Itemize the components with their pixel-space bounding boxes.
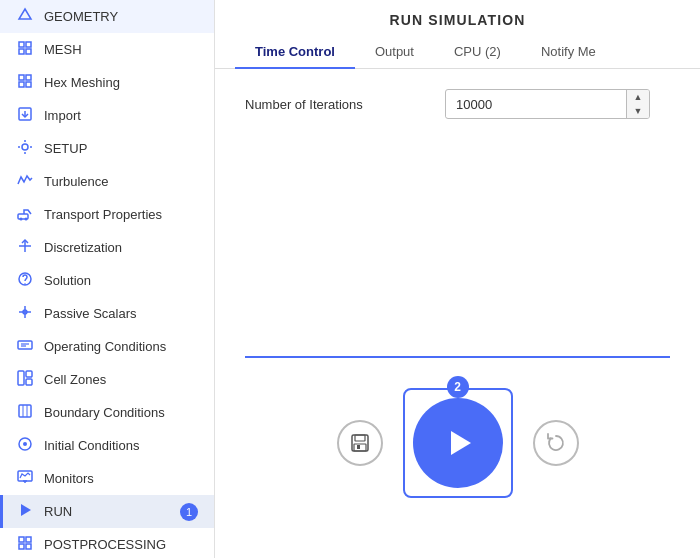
svg-rect-28 [19,405,31,417]
tab-cpu[interactable]: CPU (2) [434,36,521,69]
tab-notify-me[interactable]: Notify Me [521,36,616,69]
sidebar-item-import[interactable]: Import [0,99,214,132]
svg-rect-46 [355,435,365,441]
run-button[interactable] [413,398,503,488]
hex-meshing-icon [16,73,34,92]
run-badge: 1 [180,503,198,521]
turbulence-icon [16,172,34,191]
sidebar-item-boundary-conditions[interactable]: Boundary Conditions [0,396,214,429]
reset-button[interactable] [533,420,579,466]
main-content-area: Number of Iterations ▲ ▼ [215,69,700,558]
sidebar-label-discretization: Discretization [44,240,122,255]
initial-conditions-icon [16,436,34,455]
save-button[interactable] [337,420,383,466]
solution-icon [16,271,34,290]
tab-time-control[interactable]: Time Control [235,36,355,69]
sidebar-item-transport-properties[interactable]: Transport Properties [0,198,214,231]
sidebar-label-run: RUN [44,504,72,519]
run-controls: 2 [245,388,670,498]
monitors-icon [16,469,34,488]
tab-output[interactable]: Output [355,36,434,69]
page-title: RUN SIMULATION [215,0,700,28]
svg-rect-3 [19,49,24,54]
sidebar-item-passive-scalars[interactable]: Passive Scalars [0,297,214,330]
svg-marker-0 [19,9,31,19]
tab-bar: Time Control Output CPU (2) Notify Me [215,28,700,69]
sidebar-item-cell-zones[interactable]: Cell Zones [0,363,214,396]
iterations-input-wrap: ▲ ▼ [445,89,650,119]
svg-rect-7 [19,82,24,87]
sidebar-item-turbulence[interactable]: Turbulence [0,165,214,198]
iterations-spinners: ▲ ▼ [626,90,649,118]
passive-scalars-icon [16,304,34,323]
sidebar-label-cell-zones: Cell Zones [44,372,106,387]
sidebar-item-hex-meshing[interactable]: Hex Meshing [0,66,214,99]
sidebar-label-hex-meshing: Hex Meshing [44,75,120,90]
run-badge-2: 2 [447,376,469,398]
sidebar-item-solution[interactable]: Solution [0,264,214,297]
sidebar-item-run[interactable]: RUN 1 [0,495,214,528]
svg-point-14 [25,218,28,221]
svg-point-18 [24,283,26,285]
cell-zones-icon [16,370,34,389]
svg-rect-26 [26,371,32,377]
sidebar-label-monitors: Monitors [44,471,94,486]
sidebar-label-import: Import [44,108,81,123]
svg-rect-5 [19,75,24,80]
svg-rect-25 [18,371,24,385]
sidebar-label-setup: SETUP [44,141,87,156]
divider [245,356,670,358]
svg-rect-8 [26,82,31,87]
operating-conditions-icon [16,337,34,356]
iterations-field-row: Number of Iterations ▲ ▼ [245,89,670,119]
mesh-icon [16,40,34,59]
iterations-input[interactable] [446,92,626,117]
iterations-decrement[interactable]: ▼ [627,104,649,118]
sidebar-label-operating-conditions: Operating Conditions [44,339,166,354]
svg-rect-6 [26,75,31,80]
svg-rect-4 [26,49,31,54]
sidebar-label-geometry: GEOMETRY [44,9,118,24]
svg-rect-38 [26,537,31,542]
sidebar-label-postprocessing: POSTPROCESSING [44,537,166,552]
sidebar-item-postprocessing[interactable]: POSTPROCESSING [0,528,214,558]
iterations-increment[interactable]: ▲ [627,90,649,104]
sidebar-label-mesh: MESH [44,42,82,57]
postprocessing-icon [16,535,34,554]
sidebar-label-boundary-conditions: Boundary Conditions [44,405,165,420]
sidebar-label-passive-scalars: Passive Scalars [44,306,136,321]
boundary-conditions-icon [16,403,34,422]
svg-marker-36 [21,504,31,516]
sidebar-label-solution: Solution [44,273,91,288]
svg-rect-39 [19,544,24,549]
svg-rect-22 [18,341,32,349]
sidebar-item-initial-conditions[interactable]: Initial Conditions [0,429,214,462]
svg-rect-40 [26,544,31,549]
svg-rect-37 [19,537,24,542]
sidebar-item-setup[interactable]: SETUP [0,132,214,165]
sidebar-item-monitors[interactable]: Monitors [0,462,214,495]
svg-point-11 [22,144,28,150]
svg-rect-1 [19,42,24,47]
import-icon [16,106,34,125]
svg-point-32 [23,442,27,446]
svg-point-13 [20,218,23,221]
run-icon [16,502,34,521]
sidebar-item-operating-conditions[interactable]: Operating Conditions [0,330,214,363]
run-button-wrap: 2 [403,388,513,498]
transport-icon [16,205,34,224]
geometry-icon [16,7,34,26]
setup-icon [16,139,34,158]
sidebar-label-initial-conditions: Initial Conditions [44,438,139,453]
svg-rect-27 [26,379,32,385]
discretization-icon [16,238,34,257]
sidebar-item-discretization[interactable]: Discretization [0,231,214,264]
sidebar-item-geometry[interactable]: GEOMETRY [0,0,214,33]
iterations-label: Number of Iterations [245,97,445,112]
sidebar-label-transport: Transport Properties [44,207,162,222]
svg-marker-49 [451,431,471,455]
sidebar-label-turbulence: Turbulence [44,174,109,189]
sidebar: GEOMETRY MESH Hex Meshing Import SETUP T… [0,0,215,558]
sidebar-item-mesh[interactable]: MESH [0,33,214,66]
svg-rect-2 [26,42,31,47]
